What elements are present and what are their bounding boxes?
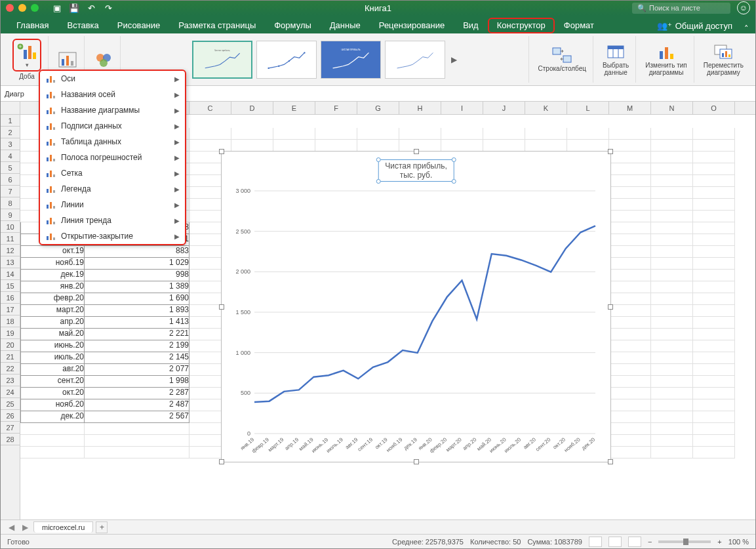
save-icon[interactable]: 💾 (69, 3, 79, 13)
window-minimize[interactable] (18, 4, 26, 12)
chart-handle[interactable] (219, 304, 224, 310)
column-header-M[interactable]: M (609, 102, 651, 114)
cell[interactable] (651, 423, 693, 435)
cell[interactable] (651, 222, 693, 234)
column-header-G[interactable]: G (357, 102, 399, 114)
redo-icon[interactable]: ↷ (103, 3, 113, 13)
cell[interactable] (85, 435, 189, 447)
cell[interactable] (567, 140, 609, 152)
user-account-icon[interactable]: ☺ (737, 1, 750, 14)
cell[interactable] (651, 352, 693, 364)
chart-handle[interactable] (608, 149, 613, 154)
chart-handle[interactable] (414, 149, 419, 154)
cell[interactable]: июнь.20 (20, 340, 85, 352)
row-header[interactable]: 18 (1, 315, 20, 327)
cell[interactable] (693, 163, 735, 175)
cell[interactable] (693, 423, 735, 435)
cell[interactable] (693, 234, 735, 246)
view-page-break[interactable] (628, 537, 641, 547)
row-header[interactable]: 12 (1, 245, 20, 256)
column-header-N[interactable]: N (651, 102, 693, 114)
zoom-in[interactable]: + (717, 538, 721, 546)
cell[interactable] (20, 423, 85, 435)
tab-insert[interactable]: Вставка (58, 18, 108, 33)
cell[interactable] (85, 447, 189, 458)
cell[interactable] (651, 246, 693, 258)
collapse-ribbon-icon[interactable]: ˄ (744, 24, 749, 33)
cell[interactable]: 2 487 (85, 399, 189, 411)
cell[interactable] (651, 211, 693, 222)
cell[interactable] (651, 435, 693, 447)
cell[interactable] (483, 128, 525, 140)
chart-handle[interactable] (414, 459, 419, 464)
column-header-O[interactable]: O (693, 102, 735, 114)
row-header[interactable]: 26 (1, 410, 20, 422)
row-header[interactable]: 25 (1, 398, 20, 410)
row-header[interactable]: 16 (1, 292, 20, 304)
cell[interactable] (609, 376, 651, 388)
cell[interactable] (693, 222, 735, 234)
cell[interactable] (651, 399, 693, 411)
row-header[interactable]: 10 (1, 221, 20, 233)
chart-object[interactable]: Чистая прибыль, тыс. руб. 05001 0001 500… (221, 151, 611, 462)
cell[interactable] (651, 281, 693, 293)
cell[interactable] (651, 376, 693, 388)
cell[interactable] (609, 399, 651, 411)
row-header[interactable]: 2 (1, 127, 20, 138)
chart-style-3[interactable]: ЧИСТАЯ ПРИБЫЛЬ (321, 41, 381, 79)
cell[interactable] (315, 128, 357, 140)
row-header[interactable]: 17 (1, 304, 20, 315)
change-colors-button[interactable] (94, 51, 113, 68)
cell[interactable] (651, 163, 693, 175)
row-header[interactable]: 15 (1, 280, 20, 292)
cell[interactable]: 2 145 (85, 352, 189, 364)
cell[interactable] (651, 152, 693, 163)
cell[interactable]: 2 199 (85, 340, 189, 352)
dropdown-item[interactable]: Легенда▶ (40, 181, 185, 197)
cell[interactable] (693, 281, 735, 293)
cell[interactable] (441, 128, 483, 140)
cell[interactable] (609, 211, 651, 222)
cell[interactable]: окт.19 (20, 246, 85, 258)
cell[interactable]: нояб.20 (20, 399, 85, 411)
cell[interactable]: дек.20 (20, 411, 85, 423)
tab-home[interactable]: Главная (7, 18, 58, 33)
row-header[interactable]: 23 (1, 375, 20, 386)
select-data-button[interactable] (605, 43, 626, 60)
cell[interactable] (525, 128, 567, 140)
sheet-tab[interactable]: microexcel.ru (33, 521, 93, 533)
cell[interactable] (357, 128, 399, 140)
cell[interactable] (651, 270, 693, 281)
cell[interactable] (609, 234, 651, 246)
dropdown-item[interactable]: Открытие-закрытие▶ (40, 228, 185, 244)
row-header[interactable]: 22 (1, 363, 20, 375)
cell[interactable]: окт.20 (20, 388, 85, 399)
cell[interactable] (651, 187, 693, 199)
row-header[interactable]: 11 (1, 233, 20, 245)
tab-review[interactable]: Рецензирование (370, 18, 454, 33)
tab-page-layout[interactable]: Разметка страницы (169, 18, 265, 33)
cell[interactable] (693, 317, 735, 329)
cell[interactable] (651, 234, 693, 246)
row-header[interactable]: 8 (1, 197, 20, 209)
cell[interactable]: 2 287 (85, 388, 189, 399)
tab-formulas[interactable]: Формулы (265, 18, 321, 33)
sheet-nav-left[interactable]: ◀ (6, 523, 17, 532)
row-header[interactable]: 13 (1, 256, 20, 268)
view-normal[interactable] (589, 537, 602, 547)
cell[interactable]: янв.20 (20, 281, 85, 293)
cell[interactable]: 1 389 (85, 281, 189, 293)
cell[interactable] (651, 447, 693, 458)
cell[interactable]: 1 413 (85, 317, 189, 329)
dropdown-item[interactable]: Сетка▶ (40, 165, 185, 181)
row-header[interactable]: 9 (1, 209, 20, 221)
cell[interactable] (609, 411, 651, 423)
cell[interactable]: 883 (85, 246, 189, 258)
chart-handle[interactable] (608, 304, 613, 310)
cell[interactable] (357, 140, 399, 152)
cell[interactable] (273, 140, 315, 152)
cell[interactable] (609, 128, 651, 140)
cell[interactable] (609, 140, 651, 152)
row-header[interactable]: 19 (1, 327, 20, 339)
cell[interactable] (651, 140, 693, 152)
